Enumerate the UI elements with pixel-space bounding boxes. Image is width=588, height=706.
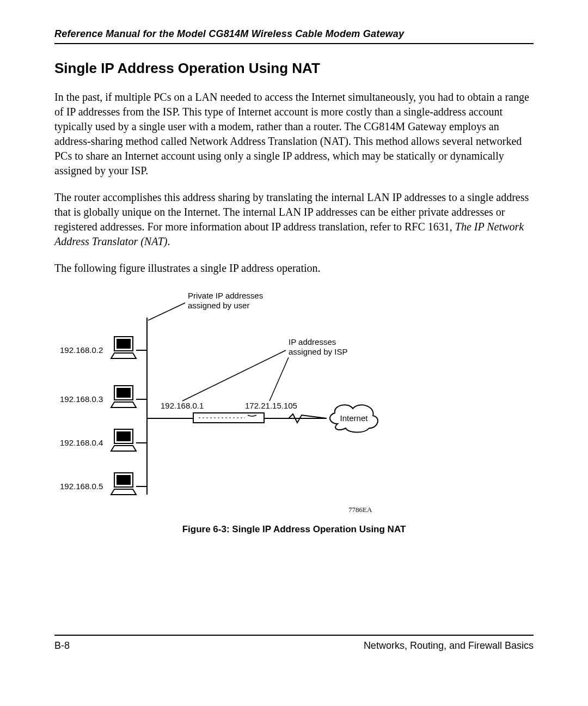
cloud-label: Internet: [340, 413, 369, 423]
header: Reference Manual for the Model CG814M Wi…: [54, 28, 534, 44]
paragraph-2: The router accomplishes this address sha…: [54, 190, 534, 249]
running-header-title: Reference Manual for the Model CG814M Wi…: [54, 28, 534, 40]
paragraph-2-text-b: .: [167, 235, 170, 247]
svg-rect-7: [117, 388, 131, 398]
router-lan-ip: 192.168.0.1: [161, 401, 204, 410]
header-rule: [54, 43, 534, 44]
figure-caption: Figure 6-3: Single IP Address Operation …: [54, 524, 534, 535]
page-number: B-8: [54, 640, 70, 652]
footer-rule: [54, 635, 534, 636]
label-private-1: Private IP addresses: [188, 291, 263, 300]
page: Reference Manual for the Model CG814M Wi…: [0, 0, 588, 706]
footer: B-8 Networks, Routing, and Firewall Basi…: [54, 635, 534, 652]
figure-diagram: Internet Private IP addresses assigned b…: [54, 288, 392, 516]
svg-line-17: [182, 350, 286, 401]
label-isp-2: assigned by ISP: [289, 347, 347, 356]
paragraph-1: In the past, if multiple PCs on a LAN ne…: [54, 90, 534, 178]
pc-ip-1: 192.168.0.2: [60, 345, 103, 355]
paragraph-3: The following figure illustrates a singl…: [54, 261, 534, 276]
svg-line-18: [270, 357, 289, 401]
label-private-2: assigned by user: [188, 301, 249, 310]
svg-rect-4: [117, 339, 131, 349]
pc-ip-4: 192.168.0.5: [60, 482, 103, 491]
label-isp-1: IP addresses: [289, 337, 336, 346]
section-heading: Single IP Address Operation Using NAT: [54, 60, 534, 77]
figure-code: 7786EA: [348, 506, 372, 514]
svg-line-16: [148, 303, 185, 320]
pc-ip-2: 192.168.0.3: [60, 394, 103, 404]
footer-section-title: Networks, Routing, and Firewall Basics: [364, 640, 534, 652]
svg-rect-10: [117, 431, 131, 441]
pc-ip-3: 192.168.0.4: [60, 438, 103, 447]
router-wan-ip: 172.21.15.105: [245, 401, 297, 410]
svg-rect-13: [117, 475, 131, 485]
body: Single IP Address Operation Using NAT In…: [54, 60, 534, 535]
